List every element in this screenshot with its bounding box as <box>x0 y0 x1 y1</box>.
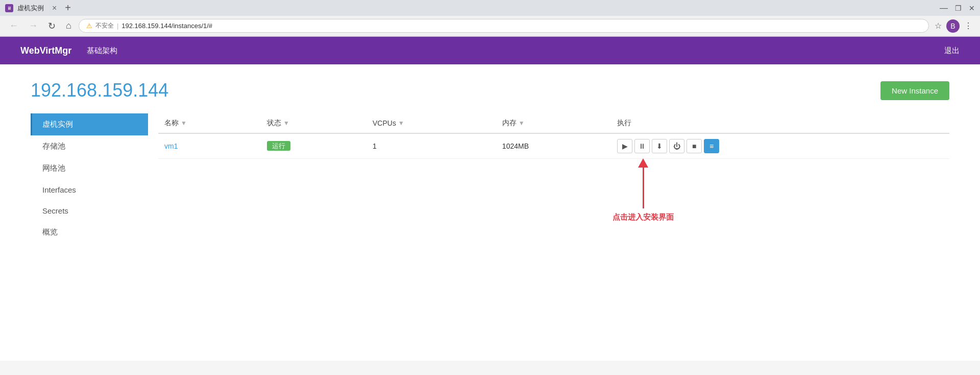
main-content: 名称 ▼ 状态 ▼ VCPUs <box>148 113 949 243</box>
menu-button[interactable]: ⋮ <box>963 19 974 32</box>
logout-button[interactable]: 退出 <box>944 46 960 56</box>
tab-favicon: 🖥 <box>5 4 13 12</box>
annotation-text: 点击进入安装界面 <box>612 213 674 222</box>
page-title-row: 192.168.159.144 New Instance <box>31 80 949 101</box>
sort-vcpus-icon[interactable]: ▼ <box>398 120 404 127</box>
col-vcpus: VCPUs ▼ <box>366 113 496 133</box>
col-status: 状态 ▼ <box>261 113 366 133</box>
action-buttons: ▶ ⏸ ⬇ ⏻ ■ <box>617 139 943 153</box>
sort-status-icon[interactable]: ▼ <box>283 120 289 127</box>
arrow-shaft <box>643 168 644 208</box>
sort-memory-icon[interactable]: ▼ <box>519 120 525 127</box>
not-secure-label: 不安全 <box>95 21 114 30</box>
window-close-btn[interactable]: ✕ <box>969 4 975 12</box>
vm-actions-cell: ▶ ⏸ ⬇ ⏻ ■ <box>611 133 949 159</box>
menu-icon: ≡ <box>709 142 714 150</box>
window-minimize-btn[interactable]: — <box>940 4 948 13</box>
sidebar-item-secrets[interactable]: Secrets <box>31 200 148 221</box>
annotation-container: 点击进入安装界面 <box>612 158 674 222</box>
sidebar-item-storage[interactable]: 存储池 <box>31 135 148 157</box>
nav-infrastructure[interactable]: 基础架构 <box>87 46 117 55</box>
sidebar: 虚机实例 存储池 网络池 Interfaces Secrets 概览 <box>31 113 148 243</box>
download-icon: ⬇ <box>656 142 663 150</box>
col-memory: 内存 ▼ <box>496 113 611 133</box>
browser-chrome: 🖥 虚机实例 × + — ❐ ✕ ← → ↻ ⌂ ⚠ 不安全 | 192.168… <box>0 0 980 37</box>
col-name: 名称 ▼ <box>158 113 261 133</box>
vm-name-cell: vm1 <box>158 133 261 159</box>
home-button[interactable]: ⌂ <box>63 19 75 32</box>
vm-vcpus-cell: 1 <box>366 133 496 159</box>
new-instance-button[interactable]: New Instance <box>880 81 949 100</box>
sidebar-item-vms[interactable]: 虚机实例 <box>31 113 148 135</box>
app-logo: WebVirtMgr <box>20 45 71 56</box>
app-header: WebVirtMgr 基础架构 退出 <box>0 37 980 64</box>
red-arrow <box>638 158 648 208</box>
pause-icon: ⏸ <box>639 142 646 150</box>
app-body: 192.168.159.144 New Instance 虚机实例 存储池 网络… <box>0 64 980 361</box>
power-button[interactable]: ⏻ <box>669 139 684 153</box>
separator: | <box>117 22 118 30</box>
pause-button[interactable]: ⏸ <box>634 139 650 153</box>
sidebar-item-interfaces[interactable]: Interfaces <box>31 179 148 200</box>
sidebar-item-overview[interactable]: 概览 <box>31 221 148 243</box>
play-button[interactable]: ▶ <box>617 139 632 153</box>
power-icon: ⏻ <box>673 142 680 150</box>
nav-right-controls: ☆ B ⋮ <box>933 19 974 33</box>
more-menu-button[interactable]: ≡ <box>704 139 719 153</box>
refresh-button[interactable]: ↻ <box>45 19 59 33</box>
download-button[interactable]: ⬇ <box>652 139 667 153</box>
tab-close-btn[interactable]: × <box>52 4 57 13</box>
page-title: 192.168.159.144 <box>31 80 168 101</box>
url-display: 192.168.159.144/instances/1/# <box>121 22 212 30</box>
app-nav: 基础架构 <box>87 46 117 56</box>
arrow-head <box>638 158 648 168</box>
address-bar[interactable]: ⚠ 不安全 | 192.168.159.144/instances/1/# <box>79 19 929 33</box>
sidebar-item-network[interactable]: 网络池 <box>31 157 148 179</box>
vm-link[interactable]: vm1 <box>164 142 178 150</box>
lock-icon: ⚠ <box>86 22 92 30</box>
forward-button[interactable]: → <box>26 19 41 32</box>
vm-table: 名称 ▼ 状态 ▼ VCPUs <box>158 113 949 159</box>
profile-button[interactable]: B <box>946 19 960 33</box>
bookmark-button[interactable]: ☆ <box>933 19 943 32</box>
tab-title: 虚机实例 <box>17 4 44 13</box>
table-row: vm1 运行 1 1024MB ▶ ⏸ <box>158 133 949 159</box>
back-button[interactable]: ← <box>6 19 21 32</box>
window-restore-btn[interactable]: ❐ <box>955 4 962 12</box>
vm-status-cell: 运行 <box>261 133 366 159</box>
vm-memory-cell: 1024MB <box>496 133 611 159</box>
status-badge: 运行 <box>267 141 290 151</box>
stop-button[interactable]: ■ <box>687 139 702 153</box>
content-layout: 虚机实例 存储池 网络池 Interfaces Secrets 概览 名称 ▼ <box>31 113 949 243</box>
stop-icon: ■ <box>692 142 696 150</box>
col-actions: 执行 <box>611 113 949 133</box>
sort-name-icon[interactable]: ▼ <box>181 120 187 127</box>
new-tab-btn[interactable]: + <box>61 2 75 14</box>
nav-bar: ← → ↻ ⌂ ⚠ 不安全 | 192.168.159.144/instance… <box>0 16 980 36</box>
